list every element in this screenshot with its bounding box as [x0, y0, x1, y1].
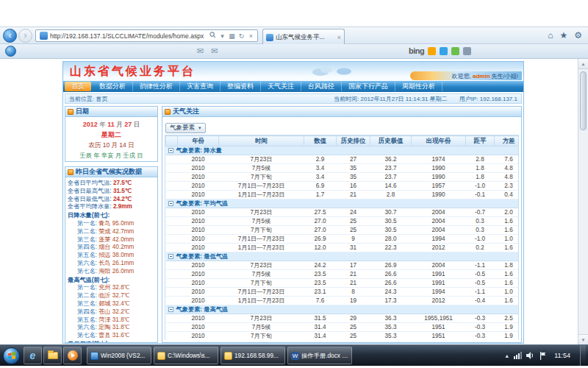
element-filter-button[interactable]: 气象要素 ▾ — [165, 123, 206, 133]
table-cell: 1990 — [412, 173, 466, 182]
weekday: 星期二 — [65, 130, 157, 140]
collapse-icon[interactable] — [168, 254, 173, 259]
taskbar-window-button[interactable]: W操作手册.docx -... — [287, 347, 352, 364]
network-icon[interactable] — [514, 352, 522, 359]
nav-item-4[interactable]: 灾害查询 — [180, 82, 220, 91]
table-cell: 1.8 — [466, 164, 495, 173]
rank-label: 第三名: — [77, 236, 98, 243]
taskbar-window-button[interactable]: C:\Windows\s... — [154, 347, 218, 364]
table-cell: 1990 — [412, 164, 466, 173]
collapse-icon[interactable] — [168, 307, 173, 312]
mail-icon[interactable]: ✉ — [197, 46, 204, 56]
table-cell: 7月5候 — [219, 270, 304, 279]
weather-focus-panel: 天气关注 气象要素 ▾ — [162, 106, 522, 343]
page-scrollbar[interactable]: ▲ ▼ — [578, 59, 588, 344]
scroll-down-icon[interactable]: ▼ — [578, 334, 588, 344]
table-cell: 30.5 — [370, 226, 412, 235]
taskbar-window-button[interactable]: Win2008 (VS2... — [87, 347, 151, 364]
table-cell: 35 — [337, 173, 370, 182]
table-data-row: 20107月下旬3.43523.719901.84.8 — [166, 173, 520, 182]
table-cell: 26.6 — [370, 279, 412, 288]
nav-item-6[interactable]: 天气关注 — [261, 82, 301, 91]
rank-groups: 日降水量(前七):第一名: 青岛 95.0mm第二名: 荣成 42.7mm第三名… — [68, 212, 155, 342]
show-desktop-button[interactable] — [580, 345, 586, 366]
table-cell: 27.5 — [304, 208, 337, 217]
tab-close-icon[interactable]: × — [337, 34, 341, 41]
table-cell: 2010 — [178, 173, 219, 182]
table-cell: 1.7 — [304, 191, 337, 199]
table-cell: 35.3 — [370, 323, 412, 332]
address-bar[interactable]: http://192.168.137.1/SLCCLIMATE/modules/… — [35, 29, 258, 42]
rank-item: 第六名: 长岛 26.1mm — [68, 260, 155, 268]
nav-item-1[interactable]: 首页 — [65, 82, 91, 91]
nav-item-7[interactable]: 台风路径 — [301, 82, 342, 91]
addon-icon[interactable] — [5, 46, 16, 57]
table-cell — [166, 226, 178, 235]
clock[interactable]: 11:54 — [551, 352, 573, 359]
toolbar-ext-icon-4[interactable] — [463, 47, 471, 55]
favorites-icon[interactable]: ★ — [559, 30, 567, 40]
compatibility-icon[interactable]: ▦ — [227, 32, 237, 40]
refresh-icon[interactable]: ↻ — [237, 32, 246, 40]
search-icon[interactable] — [208, 32, 218, 40]
stop-icon[interactable]: × — [246, 32, 256, 40]
window-title: 192.168.58.99... — [234, 352, 279, 359]
collapse-icon[interactable] — [168, 148, 173, 153]
table-cell: -0.3 — [466, 323, 495, 332]
table-cell: 25 — [337, 217, 370, 226]
action-center-flag-icon[interactable] — [539, 352, 547, 360]
taskbar: e Win2008 (VS2...C:\Windows\s...192.168.… — [0, 344, 588, 366]
tray-chevron-up-icon[interactable]: ▲ — [504, 353, 509, 358]
scroll-up-icon[interactable]: ▲ — [578, 59, 588, 69]
nav-item-8[interactable]: 国家下行产品 — [342, 82, 395, 91]
browser-tab[interactable]: 山东气候业务平... × — [262, 29, 345, 45]
table-group-row[interactable]: 气象要素: 最高气温 — [166, 305, 520, 314]
taskbar-media-button[interactable] — [63, 347, 82, 364]
table-cell: -1.0 — [466, 182, 495, 191]
nav-item-5[interactable]: 整编资料 — [220, 82, 261, 91]
table-cell: 7月5候 — [219, 323, 304, 332]
taskbar-explorer-button[interactable] — [43, 347, 62, 364]
table-group-row[interactable]: 气象要素: 降水量 — [166, 146, 520, 155]
table-cell: 1.8 — [466, 173, 495, 182]
toolbar-ext-icon-2[interactable] — [440, 47, 448, 55]
table-cell: 4.8 — [495, 164, 520, 173]
browser-forward-button[interactable]: › — [18, 29, 32, 43]
nav-item-2[interactable]: 数据分析 — [93, 82, 133, 91]
table-header-row: 年份时间数值历史排位历史极值出现年份距平方差 — [166, 136, 520, 146]
share-icon[interactable]: ✉ — [211, 46, 218, 56]
screen: ‹ › http://192.168.137.1/SLCCLIMATE/modu… — [0, 0, 588, 368]
table-group-row[interactable]: 气象要素: 最低气温 — [166, 252, 520, 261]
toolbar-ext-icon-1[interactable] — [428, 47, 436, 55]
bing-logo[interactable]: bing — [409, 46, 424, 55]
table-cell: 24.2 — [304, 261, 337, 270]
speaker-icon[interactable] — [526, 352, 535, 359]
table-group-row[interactable]: 气象要素: 平均气温 — [166, 199, 520, 208]
home-icon[interactable]: ⌂ — [548, 30, 553, 40]
collapse-icon[interactable] — [168, 201, 173, 206]
table-cell: 8 — [337, 288, 370, 297]
table-cell: 2.0 — [495, 208, 520, 217]
tools-gear-icon[interactable]: ⚙ — [574, 30, 582, 40]
cloud-icon — [312, 66, 354, 79]
table-cell — [166, 182, 178, 191]
dropdown-icon[interactable]: ▾ — [218, 32, 227, 40]
table-cell — [166, 297, 178, 305]
nav-item-9[interactable]: 周期性分析 — [395, 82, 442, 91]
url-text[interactable]: http://192.168.137.1/SLCCLIMATE/modules/… — [50, 32, 208, 40]
scrollbar-thumb[interactable] — [580, 71, 587, 130]
table-cell: 2012 — [412, 244, 466, 252]
table-cell: 12.0 — [304, 244, 337, 252]
start-button[interactable] — [3, 347, 20, 364]
toolbar-ext-icon-3[interactable] — [451, 47, 459, 55]
bing-toolbar: bing — [409, 46, 471, 55]
browser-back-button[interactable]: ‹ — [3, 29, 17, 43]
taskbar-ie-button[interactable]: e — [24, 347, 42, 364]
taskbar-window-button[interactable]: 192.168.58.99... — [220, 347, 285, 364]
date-panel: 日期 2012 年 11 月 27 日 星期二 — [65, 106, 158, 162]
table-cell: 2004 — [412, 217, 466, 226]
table-cell: 7月23日 — [219, 208, 304, 217]
nav-item-3[interactable]: 韵律性分析 — [133, 82, 180, 91]
window-icon: W — [291, 352, 299, 360]
stat-value: 24.2℃ — [113, 196, 132, 202]
